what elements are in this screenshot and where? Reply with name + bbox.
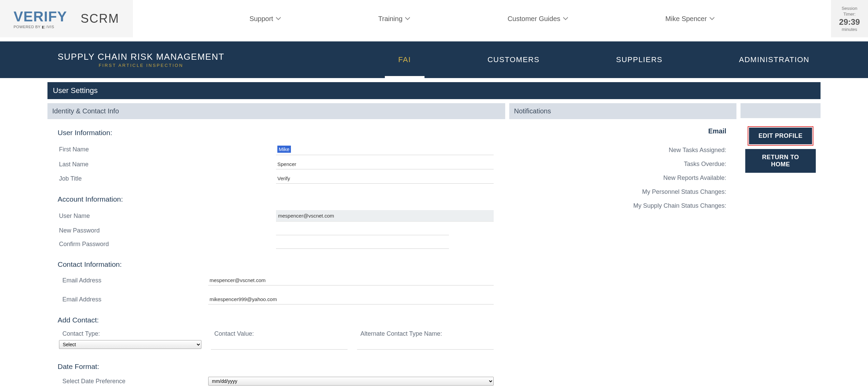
row-email2: Email Address mikespencer999@yahoo.com — [47, 292, 505, 307]
newpass-label: New Password — [59, 227, 276, 234]
return-home-button[interactable]: RETURN TO HOME — [745, 149, 816, 173]
last-name-label: Last Name — [59, 161, 276, 168]
email1-label: Email Address — [59, 277, 208, 284]
scrm-text: SCRM — [81, 12, 119, 26]
tab-fai[interactable]: FAI — [385, 41, 425, 78]
app-subtitle: FIRST ARTICLE INSPECTION — [58, 63, 224, 68]
notif-body: Email New Tasks Assigned: Tasks Overdue:… — [509, 119, 736, 221]
tab-administration[interactable]: ADMINISTRATION — [726, 41, 823, 78]
add-contact-block: Contact Type: Select Contact Value: Alte… — [47, 329, 505, 353]
email1-field[interactable]: mespencer@vscnet.com — [208, 275, 494, 285]
job-title-field[interactable]: Verify — [276, 173, 494, 184]
top-nav: Support Training Customer Guides Mike Sp… — [133, 0, 831, 37]
notif-new-tasks: New Tasks Assigned: — [517, 143, 728, 157]
session-timer: Session Timer: 29:39 minutes — [831, 0, 868, 37]
username-field: mespencer@vscnet.com — [276, 210, 494, 222]
tab-customers-label: CUSTOMERS — [488, 55, 540, 64]
nav-support[interactable]: Support — [250, 15, 281, 23]
nav-user[interactable]: Mike Spencer — [665, 15, 714, 23]
blue-nav-title: SUPPLY CHAIN RISK MANAGEMENT FIRST ARTIC… — [58, 52, 360, 68]
nav-training-label: Training — [378, 15, 403, 23]
nav-customer-guides-label: Customer Guides — [508, 15, 560, 23]
row-job-title: Job Title Verify — [47, 171, 505, 186]
job-title-label: Job Title — [59, 175, 276, 182]
row-newpass: New Password — [47, 224, 505, 237]
notif-reports: New Reports Available: — [517, 171, 728, 185]
newpass-field[interactable] — [276, 226, 449, 235]
verify-logo-text: VERIFY — [14, 8, 67, 25]
first-name-value: Mike — [277, 146, 291, 153]
notifications-header: Notifications — [509, 103, 736, 119]
nav-customer-guides[interactable]: Customer Guides — [508, 15, 568, 23]
contact-type-label: Contact Type: — [59, 330, 201, 337]
email-column-header: Email — [517, 127, 728, 135]
add-contact-heading: Add Contact: — [47, 307, 505, 329]
date-pref-select[interactable]: mm/dd/yyyy — [208, 377, 494, 386]
tab-fai-label: FAI — [398, 55, 411, 64]
tab-customers[interactable]: CUSTOMERS — [474, 41, 553, 78]
col-identity: Identity & Contact Info User Information… — [47, 103, 505, 387]
contact-value-field[interactable] — [211, 340, 348, 350]
row-date-pref: Select Date Preference mm/dd/yyyy — [47, 375, 505, 387]
nav-user-label: Mike Spencer — [665, 15, 707, 23]
alt-contact-col: Alternate Contact Type Name: — [357, 330, 494, 350]
first-name-label: First Name — [59, 146, 276, 153]
confirmpass-label: Confirm Password — [59, 241, 276, 248]
notif-overdue: Tasks Overdue: — [517, 157, 728, 171]
alt-contact-label: Alternate Contact Type Name: — [357, 330, 494, 337]
action-box: EDIT PROFILE RETURN TO HOME — [741, 118, 821, 182]
contact-type-select[interactable]: Select — [59, 340, 201, 349]
notif-supply: My Supply Chain Status Changes: — [517, 199, 728, 213]
content: User Settings Identity & Contact Info Us… — [0, 82, 868, 390]
notif-personnel: My Personnel Status Changes: — [517, 185, 728, 199]
email2-field[interactable]: mikespencer999@yahoo.com — [208, 294, 494, 304]
actions-header — [741, 103, 821, 118]
row-first-name: First Name Mike — [47, 142, 505, 157]
columns: Identity & Contact Info User Information… — [47, 103, 821, 387]
logo-block: VERIFY POWERED BY ◧ IVIS SCRM — [0, 0, 133, 37]
chevron-down-icon — [405, 16, 410, 21]
nav-support-label: Support — [250, 15, 273, 23]
contact-info-heading: Contact Information: — [47, 251, 505, 273]
powered-by-text: POWERED BY ◧ IVIS — [14, 25, 67, 29]
tab-suppliers[interactable]: SUPPLIERS — [603, 41, 676, 78]
row-confirmpass: Confirm Password — [47, 237, 505, 251]
col-actions: EDIT PROFILE RETURN TO HOME — [741, 103, 821, 387]
blue-nav: SUPPLY CHAIN RISK MANAGEMENT FIRST ARTIC… — [0, 41, 868, 78]
identity-header: Identity & Contact Info — [47, 103, 505, 119]
chevron-down-icon — [276, 16, 281, 21]
alt-contact-field[interactable] — [357, 340, 494, 350]
app-title: SUPPLY CHAIN RISK MANAGEMENT — [58, 52, 224, 62]
email2-label: Email Address — [59, 296, 208, 303]
user-info-heading: User Information: — [47, 119, 505, 142]
last-name-field[interactable]: Spencer — [276, 159, 494, 169]
session-label-2: Timer: — [839, 12, 860, 17]
account-info-heading: Account Information: — [47, 186, 505, 208]
row-email1: Email Address mespencer@vscnet.com — [47, 273, 505, 287]
nav-training[interactable]: Training — [378, 15, 410, 23]
top-header: VERIFY POWERED BY ◧ IVIS SCRM Support Tr… — [0, 0, 868, 37]
chevron-down-icon — [563, 16, 568, 21]
contact-value-label: Contact Value: — [211, 330, 348, 337]
date-format-heading: Date Format: — [47, 353, 505, 375]
contact-type-col: Contact Type: Select — [59, 330, 201, 350]
tab-administration-label: ADMINISTRATION — [739, 55, 810, 64]
session-minutes: minutes — [839, 27, 860, 32]
confirmpass-field[interactable] — [276, 239, 449, 249]
edit-profile-button[interactable]: EDIT PROFILE — [749, 128, 812, 144]
verify-logo: VERIFY POWERED BY ◧ IVIS — [14, 8, 67, 29]
session-label-1: Session — [839, 6, 860, 11]
session-time: 29:39 — [839, 17, 860, 27]
tab-suppliers-label: SUPPLIERS — [616, 55, 663, 64]
first-name-field[interactable]: Mike — [276, 144, 494, 155]
blue-nav-items: FAI CUSTOMERS SUPPLIERS ADMINISTRATION — [360, 41, 848, 78]
col-notifications: Notifications Email New Tasks Assigned: … — [509, 103, 736, 387]
contact-value-col: Contact Value: — [211, 330, 348, 350]
date-pref-label: Select Date Preference — [59, 378, 208, 385]
row-username: User Name mespencer@vscnet.com — [47, 208, 505, 224]
page-title: User Settings — [47, 82, 821, 99]
username-label: User Name — [59, 212, 276, 220]
chevron-down-icon — [710, 16, 714, 21]
row-last-name: Last Name Spencer — [47, 157, 505, 171]
